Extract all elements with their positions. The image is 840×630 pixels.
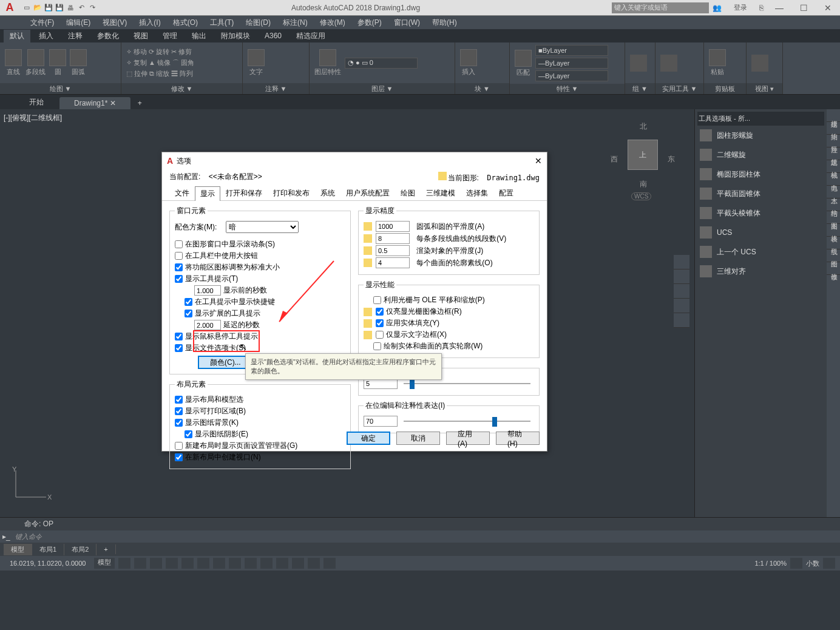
ribbon-tab-annotate[interactable]: 注释 <box>62 30 89 42</box>
tool-insert[interactable]: 插入 <box>460 49 477 76</box>
color-scheme-select[interactable]: 暗 <box>226 221 299 233</box>
chk-silhouette[interactable] <box>373 342 381 350</box>
color-dropdown[interactable]: ■ ByLayer <box>535 45 608 56</box>
vtab-civil[interactable]: 土木 <box>827 186 840 198</box>
vtab-constraint[interactable]: 约束 <box>827 122 840 135</box>
tool-layerprops[interactable]: 图层特性 <box>314 49 341 76</box>
palette-item-frustum-cone[interactable]: 平截面圆锥体 <box>697 184 824 203</box>
close-button[interactable]: ✕ <box>816 0 840 16</box>
pline-segments[interactable]: 8 <box>376 233 410 244</box>
modify-row2[interactable]: ✧ 复制 ▲ 镜像 ⌒ 圆角 <box>126 58 194 67</box>
menu-parametric[interactable]: 参数(P) <box>351 18 388 28</box>
tab-profiles[interactable]: 配置 <box>493 186 519 200</box>
vtab-struct[interactable]: 结构 <box>827 198 840 211</box>
layout-2[interactable]: 布局2 <box>64 544 97 555</box>
arc-smoothness[interactable]: 1000 <box>376 221 410 232</box>
menu-tools[interactable]: 工具(T) <box>204 18 240 28</box>
menu-window[interactable]: 窗口(W) <box>388 18 426 28</box>
menu-modify[interactable]: 修改(M) <box>314 18 351 28</box>
tool-base[interactable] <box>751 55 768 72</box>
chk-scrollbars[interactable] <box>175 240 183 248</box>
chk-paper[interactable] <box>175 419 183 427</box>
vtab-table[interactable]: 表格 <box>827 224 840 237</box>
status-am-icon[interactable] <box>323 558 336 569</box>
signin-button[interactable]: 登录 <box>725 3 756 12</box>
tool-matchprop[interactable]: 匹配 <box>515 50 532 77</box>
fade-slider[interactable] <box>404 421 530 422</box>
chk-filetabs[interactable] <box>175 344 183 352</box>
palette-item-ucs-prev[interactable]: 上一个 UCS <box>697 242 824 262</box>
palette-item-helix-cyl[interactable]: 圆柱形螺旋 <box>697 126 824 145</box>
menu-help[interactable]: 帮助(H) <box>426 18 463 28</box>
nav-pan-icon[interactable] <box>674 269 689 284</box>
panel-view-label[interactable]: 视图 ▾ <box>747 83 782 94</box>
palette-item-frustum-pyramid[interactable]: 平截头棱锥体 <box>697 203 824 223</box>
fade-value[interactable]: 70 <box>364 416 398 427</box>
menu-format[interactable]: 格式(O) <box>167 18 204 28</box>
ribbon-tab-a360[interactable]: A360 <box>259 30 288 41</box>
tab-start[interactable]: 开始 <box>15 95 58 109</box>
chk-solidfill[interactable] <box>376 319 384 327</box>
tab-plot[interactable]: 打印和发布 <box>268 186 315 200</box>
tool-line[interactable]: 直线 <box>5 49 22 76</box>
tab-new[interactable]: + <box>132 97 148 109</box>
vtab-arch[interactable]: 建筑 <box>827 147 840 160</box>
qat-undo-icon[interactable]: ↶ <box>76 3 86 13</box>
panel-modify-label[interactable]: 修改 ▼ <box>121 83 242 94</box>
chk-stdsize[interactable] <box>175 263 183 271</box>
qat-save-icon[interactable]: 💾 <box>44 3 53 13</box>
render-smooth[interactable]: 0.5 <box>376 245 410 256</box>
menu-draw[interactable]: 绘图(D) <box>240 18 277 28</box>
lineweight-dropdown[interactable]: — ByLayer <box>535 58 608 69</box>
tab-drafting[interactable]: 绘图 <box>395 186 421 200</box>
tab-files[interactable]: 文件 <box>169 186 195 200</box>
modify-row3[interactable]: ⬚ 拉伸 ⧉ 缩放 ☰ 阵列 <box>126 69 194 78</box>
vtab-mech[interactable]: 机械 <box>827 160 840 173</box>
panel-annotate-label[interactable]: 注释 ▼ <box>243 83 309 94</box>
tool-circle[interactable]: 圆 <box>49 49 66 76</box>
ribbon-tab-view[interactable]: 视图 <box>127 30 154 42</box>
vtab-hatch[interactable]: 图案 <box>827 211 840 224</box>
status-3dosnap-icon[interactable] <box>197 558 209 569</box>
crosshair-slider[interactable] <box>404 383 530 384</box>
status-dyn-icon[interactable] <box>245 558 257 569</box>
infocenter-icon[interactable]: 👥 <box>709 4 725 12</box>
menu-dimension[interactable]: 标注(N) <box>277 18 314 28</box>
ribbon-tab-insert[interactable]: 插入 <box>33 30 59 42</box>
menu-insert[interactable]: 插入(I) <box>133 18 166 28</box>
menu-file[interactable]: 文件(F) <box>24 18 60 28</box>
vtab-leader[interactable]: 引线 <box>827 237 840 249</box>
chk-shortcut[interactable] <box>185 298 192 306</box>
tool-arc[interactable]: 圆弧 <box>70 49 87 76</box>
panel-groups-label[interactable]: 组 ▼ <box>625 83 655 94</box>
vtab-modify[interactable]: 修改 <box>827 262 840 275</box>
tab-selection[interactable]: 选择集 <box>461 186 493 200</box>
palette-item-helix-2d[interactable]: 二维螺旋 <box>697 145 824 164</box>
menu-edit[interactable]: 编辑(E) <box>60 18 97 28</box>
panel-draw-label[interactable]: 绘图 ▼ <box>0 83 121 94</box>
status-qp-icon[interactable] <box>292 558 304 569</box>
status-sc-icon[interactable] <box>308 558 320 569</box>
layer-dropdown[interactable]: ◔ ● ▭ 0 <box>345 58 418 69</box>
help-search[interactable]: 键入关键字或短语 <box>612 2 709 13</box>
viewport-label[interactable]: [-][俯视][二维线框] <box>4 113 62 123</box>
qat-open-icon[interactable]: 📂 <box>33 3 42 13</box>
dialog-close-button[interactable]: ✕ <box>535 156 542 166</box>
minimize-button[interactable]: — <box>767 0 791 16</box>
modify-row1[interactable]: ✧ 移动 ⟳ 旋转 ✂ 修剪 <box>126 47 194 56</box>
tab-system[interactable]: 系统 <box>315 186 340 200</box>
chk-bigbuttons[interactable] <box>175 252 183 260</box>
tab-user[interactable]: 用户系统配置 <box>340 186 395 200</box>
palette-item-3dalign[interactable]: 三维对齐 <box>697 262 824 281</box>
ribbon-tab-default[interactable]: 默认 <box>4 30 30 42</box>
vtab-annotate[interactable]: 注释 <box>827 135 840 147</box>
panel-clipboard-label[interactable]: 剪贴板 <box>704 83 746 94</box>
tab-drawing1[interactable]: Drawing1* ✕ <box>59 97 130 109</box>
apply-button[interactable]: 应用(A) <box>446 432 490 445</box>
chk-pagesetup[interactable] <box>175 442 183 450</box>
command-input[interactable]: ▸_ 键入命令 <box>0 530 840 543</box>
chk-rollover[interactable] <box>175 333 183 340</box>
panel-utilities-label[interactable]: 实用工具 ▼ <box>655 83 703 94</box>
vtab-draw[interactable]: 绘图 <box>827 249 840 262</box>
ribbon-tab-manage[interactable]: 管理 <box>157 30 183 42</box>
